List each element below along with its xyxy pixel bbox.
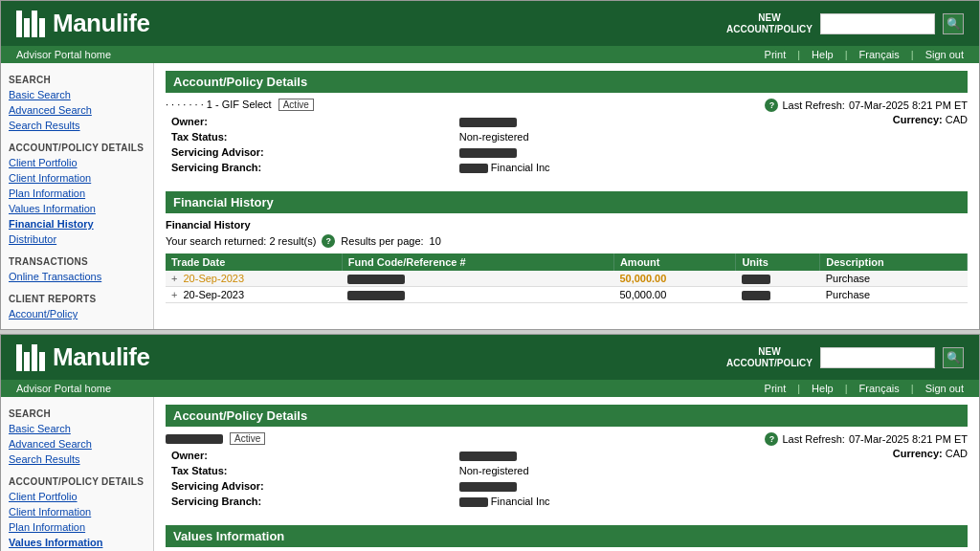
sidebar-account-title: ACCOUNT/POLICY DETAILS [1, 139, 153, 155]
servicing-branch-value-2: Financial Inc [456, 495, 736, 508]
account-details-right-2: ? Last Refresh: 07-Mar-2025 8:21 PM ET C… [738, 432, 968, 518]
th-amount: Amount [613, 253, 735, 271]
account-details-section: · · · · · · · 1 - GIF Select Active Owne… [166, 99, 968, 184]
expand-icon-1[interactable]: + [171, 273, 177, 284]
nav-links-2: Print | Help | Français | Sign out [765, 383, 964, 394]
sidebar-item-financial-history[interactable]: Financial History [1, 216, 153, 231]
nav-links: Print | Help | Français | Sign out [765, 49, 964, 60]
amount-1: 50,000.00 [613, 271, 735, 287]
table-header-row: Trade Date Fund Code/Reference # Amount … [166, 253, 968, 271]
content-area: Account/Policy Details · · · · · · · 1 -… [154, 63, 979, 329]
help-icon-results[interactable]: ? [322, 234, 335, 248]
details-table: Owner: Tax Status: Non-registered Servic… [166, 113, 738, 176]
amount-value-1: 50,000.00 [619, 273, 666, 284]
sidebar2-item-advanced-search[interactable]: Advanced Search [1, 436, 153, 452]
sidebar-item-values-information[interactable]: Values Information [1, 201, 153, 216]
advisor-masked [459, 148, 517, 158]
owner-masked-2 [459, 452, 517, 461]
sidebar-item-search-results[interactable]: Search Results [1, 118, 153, 133]
results-per-page-value: 10 [430, 235, 441, 247]
sidebar2-search-title: SEARCH [1, 405, 153, 421]
sidebar-item-advanced-search[interactable]: Advanced Search [1, 102, 153, 118]
sidebar-item-plan-information[interactable]: Plan Information [1, 186, 153, 201]
sidebar2-item-plan-information[interactable]: Plan Information [1, 519, 153, 535]
servicing-advisor-row-2: Servicing Advisor: [167, 479, 736, 493]
logo-bar-2 [24, 18, 30, 37]
nav-help-2[interactable]: Help [812, 383, 834, 394]
header-bar-2: Manulife NEWACCOUNT/POLICY 🔍 [1, 335, 979, 380]
nav-home-link[interactable]: Advisor Portal home [16, 49, 111, 60]
account-search-button-2[interactable]: 🔍 [943, 347, 964, 368]
trade-date-value-2: 20-Sep-2023 [184, 289, 245, 300]
fund-code-masked-1 [347, 275, 405, 284]
branch-masked [459, 164, 488, 173]
nav-francais[interactable]: Français [859, 49, 900, 60]
financial-history-table: Trade Date Fund Code/Reference # Amount … [166, 253, 968, 303]
account-details-right: ? Last Refresh: 07-Mar-2025 8:21 PM ET C… [738, 99, 968, 184]
sidebar-client-reports-title: CLIENT REPORTS [1, 290, 153, 306]
sidebar-item-account-policy[interactable]: Account/Policy [1, 306, 153, 321]
th-fund-code: Fund Code/Reference # [342, 253, 613, 271]
sidebar2-item-client-portfolio[interactable]: Client Portfolio [1, 489, 153, 504]
account-search-button[interactable]: 🔍 [943, 13, 964, 34]
help-icon-refresh[interactable]: ? [765, 99, 778, 112]
sidebar-2: SEARCH Basic Search Advanced Search Sear… [1, 397, 154, 551]
logo-bar-1 [16, 11, 22, 37]
servicing-advisor-label-2: Servicing Advisor: [167, 479, 454, 493]
nav-print-2[interactable]: Print [765, 383, 787, 394]
owner-row: Owner: [167, 115, 736, 128]
logo-text-2: Manulife [53, 342, 149, 372]
main-content: SEARCH Basic Search Advanced Search Sear… [1, 63, 979, 329]
th-trade-date: Trade Date [166, 253, 342, 271]
servicing-advisor-row: Servicing Advisor: [167, 145, 736, 159]
status-badge-2: Active [230, 432, 265, 445]
units-masked-1 [742, 275, 770, 284]
table-body: + 20-Sep-2023 50,000.00 Purchase + 20-Se… [166, 271, 968, 303]
servicing-advisor-value [456, 145, 736, 159]
account-details-header: Account/Policy Details [166, 71, 968, 93]
sidebar-item-client-information[interactable]: Client Information [1, 170, 153, 186]
new-account-label-2: NEWACCOUNT/POLICY [726, 346, 813, 369]
sidebar2-item-search-results[interactable]: Search Results [1, 452, 153, 467]
sidebar-item-client-portfolio[interactable]: Client Portfolio [1, 155, 153, 170]
sidebar2-item-basic-search[interactable]: Basic Search [1, 421, 153, 436]
nav-signout-2[interactable]: Sign out [925, 383, 964, 394]
sidebar-item-distributor[interactable]: Distributor [1, 231, 153, 247]
description-1: Purchase [820, 271, 968, 287]
nav-francais-2[interactable]: Français [859, 383, 900, 394]
servicing-branch-row-2: Servicing Branch: Financial Inc [167, 495, 736, 508]
owner-label: Owner: [167, 115, 454, 128]
last-refresh-label: Last Refresh: [782, 99, 844, 111]
trade-date-2: + 20-Sep-2023 [166, 287, 342, 303]
sidebar2-item-values-information[interactable]: Values Information [1, 535, 153, 550]
tax-status-value: Non-registered [456, 130, 736, 143]
logo-bar2-1 [16, 344, 22, 371]
sidebar-transactions-title: TRANSACTIONS [1, 253, 153, 269]
account-search-input[interactable] [820, 13, 935, 34]
tax-status-label: Tax Status: [167, 130, 454, 143]
servicing-branch-row: Servicing Branch: Financial Inc [167, 161, 736, 174]
units-masked-2 [742, 291, 770, 300]
help-icon-refresh-2[interactable]: ? [765, 432, 778, 446]
logo-bar-4 [39, 18, 45, 37]
policy-number: · · · · · · · 1 - GIF Select [166, 99, 272, 110]
nav-signout[interactable]: Sign out [925, 49, 964, 60]
nav-home-link-2[interactable]: Advisor Portal home [16, 383, 111, 394]
logo-icon [16, 11, 45, 37]
nav-help[interactable]: Help [812, 49, 834, 60]
sidebar-item-basic-search[interactable]: Basic Search [1, 87, 153, 102]
nav-print[interactable]: Print [765, 49, 787, 60]
owner-value-2 [456, 449, 736, 462]
table-row: + 20-Sep-2023 50,000.00 Purchase [166, 271, 968, 287]
sidebar-item-online-transactions[interactable]: Online Transactions [1, 269, 153, 284]
sidebar2-item-client-information[interactable]: Client Information [1, 504, 153, 519]
header-bar: Manulife NEWACCOUNT/POLICY 🔍 [1, 1, 979, 46]
account-search-input-2[interactable] [820, 347, 935, 368]
logo-bar2-3 [32, 344, 37, 371]
expand-icon-2[interactable]: + [171, 289, 177, 300]
status-badge: Active [278, 99, 314, 111]
currency-label-2: Currency: [893, 448, 943, 459]
table-head: Trade Date Fund Code/Reference # Amount … [166, 253, 968, 271]
account-details-section-2: Active Owner: Tax Status: Non-registered… [166, 432, 968, 518]
table-row: + 20-Sep-2023 50,000.00 Purchase [166, 287, 968, 303]
